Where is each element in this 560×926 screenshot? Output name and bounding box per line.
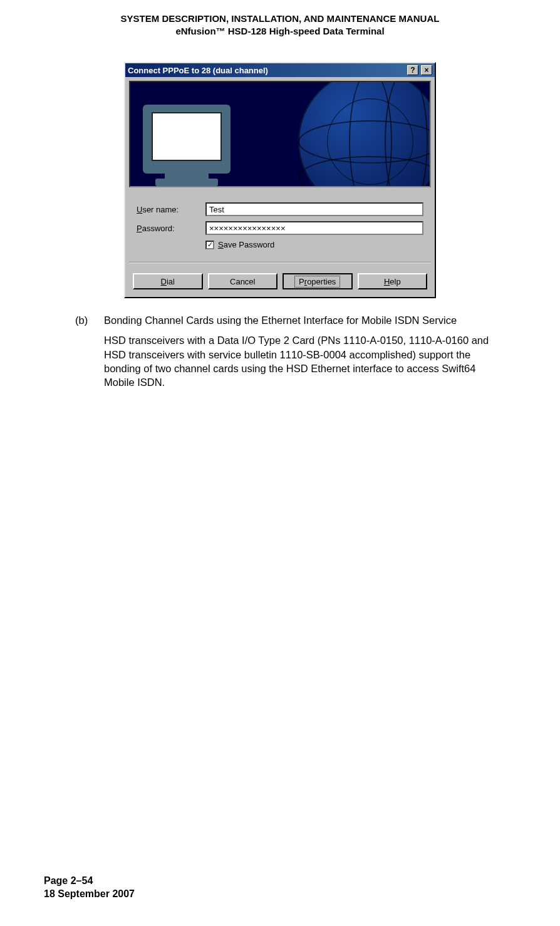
save-password-checkbox[interactable]: ✓ xyxy=(205,241,214,249)
cancel-button[interactable]: Cancel xyxy=(208,273,278,289)
dialog-hero-image xyxy=(129,81,431,187)
password-input[interactable] xyxy=(205,221,423,235)
document-header: SYSTEM DESCRIPTION, INSTALLATION, AND MA… xyxy=(44,13,516,37)
dial-button[interactable]: Dial xyxy=(133,273,203,289)
username-input[interactable] xyxy=(205,202,423,216)
save-password-label: Save Password xyxy=(218,240,274,249)
help-button[interactable]: Help xyxy=(358,273,428,289)
page-footer: Page 2–54 18 September 2007 xyxy=(44,875,135,901)
connect-dialog: Connect PPPoE to 28 (dual channel) ? × U… xyxy=(124,62,436,298)
section-title: Bonding Channel Cards using the Ethernet… xyxy=(104,313,500,327)
dialog-divider xyxy=(129,262,431,263)
dialog-form: User name: Password: ✓ Save Password xyxy=(125,194,435,256)
section-label: (b) xyxy=(75,313,93,395)
dialog-titlebar: Connect PPPoE to 28 (dual channel) ? × xyxy=(125,63,435,77)
dialog-button-row: Dial Cancel Properties Help xyxy=(125,269,435,297)
footer-page: Page 2–54 xyxy=(44,875,135,888)
globe-icon xyxy=(298,81,431,187)
body-text: (b) Bonding Channel Cards using the Ethe… xyxy=(75,313,500,395)
footer-date: 18 September 2007 xyxy=(44,888,135,901)
header-line1: SYSTEM DESCRIPTION, INSTALLATION, AND MA… xyxy=(44,13,516,25)
password-label: Password: xyxy=(137,224,199,233)
dialog-title: Connect PPPoE to 28 (dual channel) xyxy=(128,66,405,75)
properties-button[interactable]: Properties xyxy=(283,273,353,289)
close-icon[interactable]: × xyxy=(421,65,432,75)
dialog-figure: Connect PPPoE to 28 (dual channel) ? × U… xyxy=(44,62,516,298)
section-paragraph: HSD transceivers with a Data I/O Type 2 … xyxy=(104,333,500,389)
header-line2: eNfusion™ HSD-128 High-speed Data Termin… xyxy=(44,25,516,38)
help-icon[interactable]: ? xyxy=(407,65,418,75)
monitor-icon xyxy=(137,92,243,186)
username-label: User name: xyxy=(137,205,199,214)
